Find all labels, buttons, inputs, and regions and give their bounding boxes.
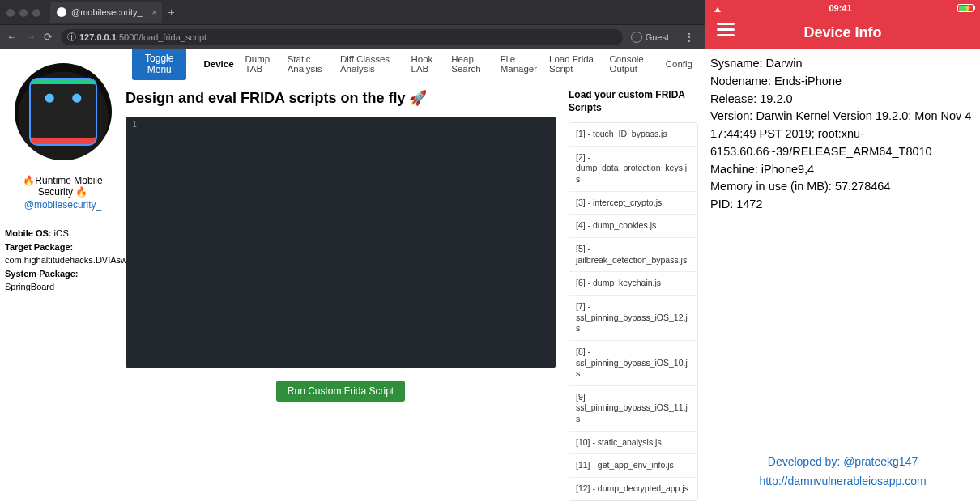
script-item[interactable]: [2] - dump_data_protection_keys.js <box>569 147 697 192</box>
app-handle-link[interactable]: @mobilesecurity_ <box>5 199 121 211</box>
tab-static-analysis[interactable]: Static Analysis <box>282 54 334 74</box>
script-item[interactable]: [5] - jailbreak_detection_bypass.js <box>569 238 697 272</box>
run-script-button[interactable]: Run Custom Frida Script <box>276 381 405 402</box>
browser-tab[interactable]: @mobilesecurity_ × <box>50 2 162 23</box>
toggle-menu-button[interactable]: Toggle Menu <box>132 49 186 80</box>
tab-diff-classes[interactable]: Diff Classes Analysis <box>334 54 406 74</box>
system-value: SpringBoard <box>5 280 121 294</box>
info-line: Release: 19.2.0 <box>710 91 975 108</box>
script-item[interactable]: [12] - dump_decrypted_app.js <box>569 478 697 500</box>
script-item[interactable]: [11] - get_app_env_info.js <box>569 454 697 478</box>
tab-file-manager[interactable]: File Manager <box>495 54 543 74</box>
tab-device[interactable]: Device <box>198 59 239 69</box>
script-item[interactable]: [6] - dump_keychain.js <box>569 272 697 296</box>
tab-title: @mobilesecurity_ <box>71 7 143 17</box>
maximize-window-icon[interactable] <box>32 9 40 17</box>
script-item[interactable]: [4] - dump_cookies.js <box>569 215 697 238</box>
script-item[interactable]: [10] - static_analysis.js <box>569 432 697 455</box>
app-sidebar: 🔥Runtime Mobile Security 🔥 @mobilesecuri… <box>0 49 126 502</box>
browser-chrome: @mobilesecurity_ × + ← → ⟳ i 127.0.0.1 :… <box>0 0 705 49</box>
page-title: Design and eval FRIDA scripts on the fly… <box>126 89 556 107</box>
script-item[interactable]: [3] - intercept_crypto.js <box>569 192 697 215</box>
url-path: :5000/load_frida_script <box>117 32 207 42</box>
reload-icon[interactable]: ⟳ <box>44 31 53 43</box>
script-item[interactable]: [7] - ssl_pinning_bypass_iOS_12.js <box>569 296 697 341</box>
minimize-window-icon[interactable] <box>19 9 28 17</box>
device-info-text: Sysname: Darwin Nodename: Ends-iPhone Re… <box>705 49 980 455</box>
forward-icon[interactable]: → <box>25 31 36 43</box>
close-window-icon[interactable] <box>6 9 15 17</box>
device-title: Device Info <box>803 24 881 41</box>
browser-menu-icon[interactable]: ⋮ <box>680 31 698 44</box>
guest-icon <box>631 32 642 43</box>
profile-chip[interactable]: Guest <box>631 32 669 43</box>
menu-icon[interactable] <box>717 23 735 36</box>
tab-config[interactable]: Config <box>660 59 698 69</box>
script-item[interactable]: [9] - ssl_pinning_bypass_iOS_11.js <box>569 386 697 432</box>
browser-window: @mobilesecurity_ × + ← → ⟳ i 127.0.0.1 :… <box>0 0 705 502</box>
info-line: Machine: iPhone9,4 <box>710 161 975 179</box>
scripts-heading: Load your custom FRIDA Scripts <box>569 89 698 114</box>
top-nav: Toggle Menu Device Dump TAB Static Analy… <box>126 49 705 79</box>
status-time: 09:41 <box>829 3 851 13</box>
editor-line-number: 1 <box>132 120 137 129</box>
url-host: 127.0.0.1 <box>79 32 117 42</box>
tab-hook-lab[interactable]: Hook LAB <box>406 54 446 74</box>
tab-dump-tab[interactable]: Dump TAB <box>240 54 282 74</box>
os-value: iOS <box>54 228 69 238</box>
app-title: 🔥Runtime Mobile Security 🔥 <box>5 175 121 198</box>
guest-label: Guest <box>646 32 669 42</box>
device-footer: Developed by: @prateekg147 http://damnvu… <box>705 455 980 502</box>
close-tab-icon[interactable]: × <box>151 7 156 17</box>
tab-heap-search[interactable]: Heap Search <box>445 54 494 74</box>
script-list: [1] - touch_ID_bypass.js [2] - dump_data… <box>569 122 698 500</box>
wifi-icon <box>712 4 723 12</box>
info-line: Sysname: Darwin <box>710 55 975 73</box>
tab-console-output[interactable]: Console Output <box>604 54 660 74</box>
status-bar: 09:41 ⚡ <box>705 0 980 16</box>
tab-load-frida-script[interactable]: Load Frida Script <box>543 54 604 74</box>
tab-favicon <box>57 7 66 17</box>
system-label: System Package: <box>5 269 79 279</box>
info-line: Memory in use (in MB): 57.278464 <box>710 178 975 196</box>
os-label: Mobile OS: <box>5 228 51 238</box>
new-tab-button[interactable]: + <box>168 6 175 19</box>
app-logo <box>15 63 112 160</box>
address-bar[interactable]: i 127.0.0.1 :5000/load_frida_script <box>61 29 623 45</box>
back-icon[interactable]: ← <box>6 31 17 43</box>
script-item[interactable]: [8] - ssl_pinning_bypass_iOS_10.js <box>569 341 697 386</box>
info-line: PID: 1472 <box>710 196 975 214</box>
info-line: Version: Darwin Kernel Version 19.2.0: M… <box>710 108 975 160</box>
device-header: Device Info <box>705 16 980 49</box>
info-line: Nodename: Ends-iPhone <box>710 73 975 91</box>
target-label: Target Package: <box>5 242 73 252</box>
battery-icon: ⚡ <box>957 4 974 12</box>
site-link[interactable]: http://damnvulnerableiosapp.com <box>705 474 980 487</box>
code-editor[interactable]: 1 <box>126 117 556 368</box>
target-value: com.highaltitudehacks.DVIAswiftv2 <box>5 253 121 267</box>
script-item[interactable]: [1] - touch_ID_bypass.js <box>569 123 697 147</box>
developer-link[interactable]: Developed by: @prateekg147 <box>705 455 980 468</box>
site-info-icon[interactable]: i <box>67 32 76 41</box>
window-controls[interactable] <box>6 7 40 17</box>
device-screen: 09:41 ⚡ Device Info Sysname: Darwin Node… <box>705 0 980 502</box>
